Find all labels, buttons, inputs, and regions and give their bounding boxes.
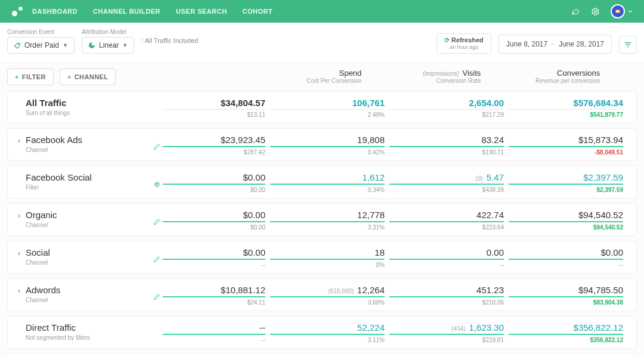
refresh-button[interactable]: ⟳ Refreshed an hour ago xyxy=(436,33,491,54)
refresh-icon: ⟳ xyxy=(444,36,450,44)
traffic-note: : All Traffic Included xyxy=(141,37,198,45)
top-nav: DASHBOARD CHANNEL BUILDER USER SEARCH CO… xyxy=(0,0,644,23)
conversions-sub: $219.81 xyxy=(389,337,504,343)
revenue-value: $2,397.59 xyxy=(583,172,623,182)
caret-down-icon: ▼ xyxy=(63,42,68,48)
expand-row-toggle xyxy=(13,322,26,324)
nav-dashboard[interactable]: DASHBOARD xyxy=(32,8,78,15)
date-to: June 28, 2017 xyxy=(559,40,604,48)
table-row: All TrafficSum of all things$34,804.57$1… xyxy=(7,91,637,123)
spend-value: $0.00 xyxy=(243,172,265,182)
caret-down-icon: ▼ xyxy=(122,42,128,48)
row-pencil-icon[interactable] xyxy=(153,256,160,263)
nav-channel-builder[interactable]: CHANNEL BUILDER xyxy=(93,8,160,15)
revenue-value: $356,822.12 xyxy=(574,322,623,333)
spend-value: $10,881.12 xyxy=(221,285,265,295)
row-pencil-icon[interactable] xyxy=(153,293,160,300)
expand-row-toggle[interactable]: › xyxy=(13,247,26,257)
col-rev-title: Revenue xyxy=(605,69,644,77)
user-avatar[interactable] xyxy=(611,4,625,18)
brand-logo-icon xyxy=(11,5,24,18)
tag-icon xyxy=(14,42,21,49)
expand-row-toggle xyxy=(13,172,26,173)
avatar-chevron-icon[interactable] xyxy=(627,8,633,14)
table-row: ›Facebook AdsChannel$23,923.45$287.4219,… xyxy=(7,128,637,161)
row-pencil-icon[interactable] xyxy=(153,218,160,225)
spend-value: $23,923.45 xyxy=(221,135,265,145)
date-range-picker[interactable]: June 8, 2017 – June 28, 2017 xyxy=(499,35,612,54)
conv-pre: (434) xyxy=(451,325,465,332)
conversion-event-dropdown[interactable]: Order Paid ▼ xyxy=(7,37,75,54)
visits-sub: 3.11% xyxy=(270,337,385,343)
visits-sub: 0% xyxy=(270,262,385,268)
col-spend-sub: Cost Per Conversion xyxy=(259,77,361,84)
attribution-model-value: Linear xyxy=(99,41,119,49)
row-title: Adwords xyxy=(26,285,148,295)
row-title: All Traffic xyxy=(26,98,148,108)
conversions-sub: -- xyxy=(389,262,504,268)
expand-row-toggle xyxy=(13,98,26,99)
visits-sub: 0.42% xyxy=(270,149,385,156)
settings-gear-icon[interactable] xyxy=(591,7,600,16)
attribution-model-dropdown[interactable]: Linear ▼ xyxy=(82,37,134,54)
filter-bar: Conversion Event Order Paid ▼ Attributio… xyxy=(0,23,644,63)
conversions-value: 5.47 xyxy=(487,172,504,182)
nav-user-search[interactable]: USER SEARCH xyxy=(176,8,227,15)
table-row: ›OrganicChannel$0.00$0.0012,7783.31%422.… xyxy=(7,203,637,236)
sort-button[interactable] xyxy=(619,36,637,54)
date-from: June 8, 2017 xyxy=(506,40,547,48)
col-conv-title: Conversions xyxy=(485,69,600,77)
visits-value: 12,264 xyxy=(357,285,385,295)
add-channel-button[interactable]: +CHANNEL xyxy=(60,69,116,85)
conversion-event-label: Conversion Event xyxy=(7,29,75,35)
revenue-value: $576,684.34 xyxy=(574,98,623,108)
row-title: Social xyxy=(26,247,148,257)
visits-sub: 0.34% xyxy=(270,187,385,193)
conversions-sub: $438.39 xyxy=(389,187,504,193)
table-row: ›SocialChannel$0.00--180%0.00--$0.00-- xyxy=(7,241,637,274)
row-pencil-icon[interactable] xyxy=(153,143,160,150)
conversions-value: 0.00 xyxy=(487,247,504,257)
revenue-value: $94,540.52 xyxy=(578,210,623,220)
visits-sub: 3.31% xyxy=(270,224,385,231)
profit-value: -- xyxy=(509,262,623,268)
row-subtitle: Channel xyxy=(26,147,148,153)
spend-sub: $0.00 xyxy=(163,224,265,231)
nav-cohort[interactable]: COHORT xyxy=(243,8,273,15)
col-rev-sub: Profit (loss) xyxy=(605,77,644,84)
conversions-value: 451.23 xyxy=(476,285,504,295)
row-gear-icon[interactable] xyxy=(153,181,160,188)
conversions-sub: $217.29 xyxy=(389,111,504,118)
conversions-sub: $210.06 xyxy=(389,299,504,306)
conversions-sub: $223.64 xyxy=(389,224,504,231)
table-row: Unsegmented TrafficFilter your tagged an… xyxy=(7,353,637,357)
spend-sub: $13.11 xyxy=(163,111,265,118)
expand-row-toggle[interactable]: › xyxy=(13,135,26,145)
spend-value: -- xyxy=(259,322,265,333)
revenue-value: $15,873.94 xyxy=(578,135,623,145)
impressions-value: (618,880) xyxy=(328,288,354,294)
conversions-value: 2,654.00 xyxy=(469,98,504,108)
revenue-value: $94,785.50 xyxy=(578,285,623,295)
visits-sub: 3.68% xyxy=(270,299,385,306)
svg-point-0 xyxy=(12,11,17,16)
profit-value: $94,540.52 xyxy=(509,224,623,231)
expand-row-toggle[interactable]: › xyxy=(13,285,26,295)
visits-value: 106,761 xyxy=(352,98,385,108)
attribution-model-label: Attribution Model xyxy=(82,29,134,35)
col-spend-title: Spend xyxy=(259,69,361,77)
row-subtitle: Sum of all things xyxy=(26,110,148,116)
svg-point-6 xyxy=(156,184,158,185)
profit-value: $83,904.38 xyxy=(509,299,623,306)
svg-point-5 xyxy=(18,44,19,45)
add-filter-button[interactable]: +FILTER xyxy=(7,69,54,85)
row-title: Facebook Ads xyxy=(26,135,148,145)
chat-icon[interactable] xyxy=(571,7,580,15)
visits-value: 18 xyxy=(374,247,385,257)
visits-sub: 2.49% xyxy=(270,111,385,118)
expand-row-toggle[interactable]: › xyxy=(13,210,26,220)
spend-value: $0.00 xyxy=(243,247,265,257)
profit-value: $541,879.77 xyxy=(509,111,623,118)
row-subtitle: Channel xyxy=(26,222,148,228)
revenue-value: $0.00 xyxy=(600,247,623,257)
